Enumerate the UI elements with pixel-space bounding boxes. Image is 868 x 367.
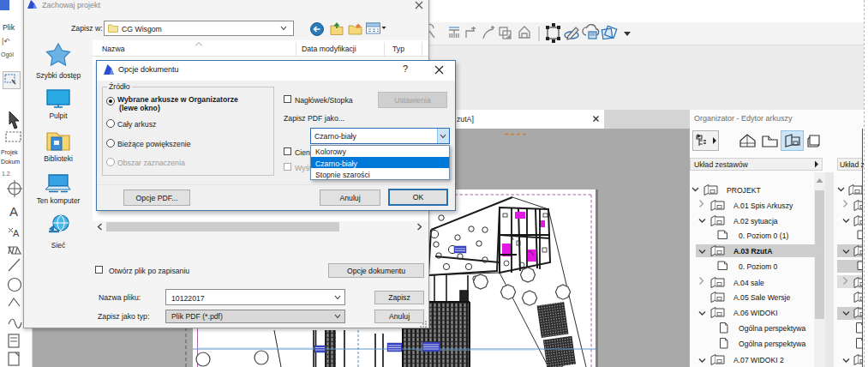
svg-text:Pulpit: Pulpit bbox=[50, 111, 69, 120]
svg-text:A.01 Spis Arkuszy: A.01 Spis Arkuszy bbox=[733, 202, 793, 210]
svg-text:A.06 WIDOKI: A.06 WIDOKI bbox=[733, 309, 778, 317]
svg-text:A.03 RzutA: A.03 RzutA bbox=[733, 247, 772, 256]
svg-text:Ogólna perspektywa: Ogólna perspektywa bbox=[739, 324, 806, 333]
svg-text:0. Poziom 0: 0. Poziom 0 bbox=[739, 262, 778, 271]
svg-text:A: A bbox=[13, 228, 20, 238]
svg-text:Ten komputer: Ten komputer bbox=[37, 196, 81, 205]
svg-text:PROJEKT: PROJEKT bbox=[727, 186, 761, 195]
svg-text:0. Poziom 0 (1): 0. Poziom 0 (1) bbox=[739, 232, 788, 240]
svg-text:A.05 Sale Wersje: A.05 Sale Wersje bbox=[733, 293, 790, 302]
svg-text:Szybki dostęp: Szybki dostęp bbox=[36, 71, 81, 80]
svg-text:A.04 sale: A.04 sale bbox=[733, 279, 764, 287]
svg-text:A.02 sytuacja: A.02 sytuacja bbox=[733, 217, 778, 226]
svg-text:Sieć: Sieć bbox=[51, 241, 65, 250]
svg-text:Ogólna perspektywa: Ogólna perspektywa bbox=[739, 340, 806, 348]
svg-text:Biblioteki: Biblioteki bbox=[44, 154, 73, 163]
svg-text:A: A bbox=[9, 204, 18, 219]
svg-text:A.07 WIDOKI 2: A.07 WIDOKI 2 bbox=[733, 356, 784, 364]
